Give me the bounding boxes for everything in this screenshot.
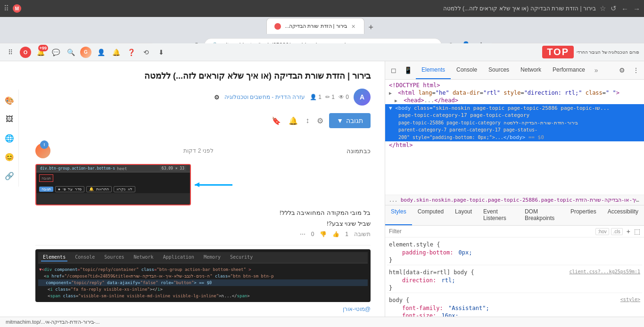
- devtools-tabs: ◻ 📱 Elements Console Sources Network Per…: [385, 61, 644, 79]
- opera-icon[interactable]: O: [20, 47, 31, 58]
- profile-pic-icon[interactable]: G: [80, 47, 91, 58]
- add-rule-button[interactable]: +: [625, 228, 632, 235]
- cls-button[interactable]: .cls: [611, 228, 623, 235]
- reply-action[interactable]: תשובה: [354, 231, 371, 237]
- history-ext-icon[interactable]: ⟲: [140, 47, 152, 58]
- tab-favicon-icon: [274, 23, 281, 30]
- css-property-font-size[interactable]: font-size: 16px;: [387, 312, 642, 317]
- thumbs-up-count: 1: [345, 231, 348, 237]
- back-icon[interactable]: ←: [621, 5, 628, 13]
- user-icon[interactable]: 👤: [95, 47, 107, 58]
- view-count: 0 👁: [339, 94, 349, 100]
- html-tree[interactable]: <!DOCTYPE html> ▶ <html lang="he" data-d…: [385, 80, 644, 195]
- thumbs-down-icon[interactable]: 👎: [320, 231, 327, 237]
- thumbs-up-icon[interactable]: 👍: [332, 231, 339, 237]
- inner-tab-security[interactable]: Security: [228, 253, 255, 262]
- styles-tab-computed[interactable]: Computed: [412, 205, 449, 225]
- download-icon[interactable]: ⬇: [156, 47, 167, 58]
- devtools-mobile-icon[interactable]: 📱: [400, 66, 416, 74]
- main-area: 🎨 🖼 🌐 😊 🔗 בירור | הזדת שורת הבדיקה (או א…: [0, 61, 644, 317]
- post-stats: 0 👁 1 ✏ 1 👤: [310, 94, 349, 100]
- css-rules: element.style { padding-bottom: 0px; } h…: [385, 237, 644, 317]
- styles-tab-event-listeners[interactable]: Event Listeners: [478, 205, 519, 225]
- tab-close-button[interactable]: ×: [351, 22, 356, 31]
- new-tab-button[interactable]: +: [364, 21, 378, 34]
- css-source-1[interactable]: client.css?...kg25ps59m:1: [569, 269, 640, 276]
- tree-line-body[interactable]: ▼ <body class="skin-noskin page-topic pa…: [385, 104, 644, 141]
- filter-input[interactable]: [389, 228, 594, 235]
- inner-code-line-5: <span class="visible-sm-inline visible-m…: [38, 293, 368, 299]
- settings-action-icon[interactable]: ⚙: [315, 114, 325, 127]
- bookmark-action-icon[interactable]: 🔖: [270, 114, 283, 127]
- sidebar-image-icon[interactable]: 🖼: [2, 112, 17, 126]
- tree-line-doctype[interactable]: <!DOCTYPE html>: [385, 82, 644, 89]
- inner-tab-sources[interactable]: Sources: [102, 253, 126, 262]
- logo-main: TOP: [542, 46, 574, 58]
- inner-tab-memory[interactable]: Memory: [202, 253, 223, 262]
- styles-tab-properties[interactable]: Properties: [565, 205, 602, 225]
- sidebar-globe-icon[interactable]: 🌐: [2, 131, 17, 145]
- message-icon[interactable]: 💬: [50, 47, 61, 58]
- reply-button[interactable]: תגובה ▼: [329, 113, 371, 128]
- sort-action-icon[interactable]: ↕: [304, 114, 311, 127]
- more-actions-icon[interactable]: ⋯: [300, 231, 305, 237]
- post-title: בירור | הזדת שורת הבדיקה (או איך שלא קור…: [35, 71, 371, 81]
- sidebar-link-icon[interactable]: 🔗: [2, 169, 17, 183]
- css-selector-body: body { <style>: [387, 296, 642, 304]
- devtools-more-icon[interactable]: ⋮: [630, 64, 642, 76]
- post-header: כבתמונה לפני 2 דקות: [35, 143, 371, 158]
- apps-icon[interactable]: ⠿: [4, 4, 9, 13]
- bell-action-icon[interactable]: 🔔: [287, 114, 300, 127]
- devtools-tab-performance[interactable]: Performance: [547, 61, 591, 79]
- screenshot-area: div.btn-group.action-bar.bottom-s heet 6…: [35, 164, 371, 205]
- inner-code-line-2: <a href="/compose?tid=24859&title=ה-ניני…: [38, 273, 368, 279]
- css-property-1[interactable]: padding-bottom: 0px;: [387, 249, 642, 256]
- css-property-dir[interactable]: direction: rtl;: [387, 277, 642, 284]
- css-source-style[interactable]: <style>: [620, 297, 640, 303]
- tree-line-head[interactable]: ▶ <head>...</head>: [385, 97, 644, 104]
- inner-tab-console[interactable]: Console: [73, 253, 97, 262]
- sidebar-emoji-icon[interactable]: 😊: [2, 150, 17, 164]
- styles-tab-styles[interactable]: Styles: [385, 205, 412, 225]
- styles-tab-accessibility[interactable]: Accessibility: [602, 205, 644, 225]
- bottom-username[interactable]: @מוטי-אורן: [35, 306, 371, 312]
- forward-icon[interactable]: →: [633, 5, 640, 13]
- search-ext-icon[interactable]: 🔍: [65, 47, 76, 58]
- hov-button[interactable]: :hov: [595, 228, 609, 235]
- inner-code-line-4: <i class="fa fa-reply visible-xs-inline"…: [38, 286, 368, 293]
- tree-line-html[interactable]: ▶ <html lang="he" data-dir="rtl" style="…: [385, 89, 644, 97]
- active-tab[interactable]: בירור | הזדת שורת הבדיקה... ×: [266, 18, 364, 34]
- css-property-font-family[interactable]: font-family: "Assistant";: [387, 304, 642, 312]
- devtools-tab-console[interactable]: Console: [451, 61, 483, 79]
- inner-tab-network[interactable]: Network: [132, 253, 155, 262]
- devtools-inspect-icon[interactable]: ◻: [387, 66, 400, 74]
- category-link[interactable]: עזרה הדדית - מחשבים וטכנולוגיה: [224, 94, 305, 100]
- post-body-text2: שביל שיגוי צבע?!: [35, 220, 371, 227]
- inner-tab-elements[interactable]: Elements: [41, 253, 67, 262]
- devtools-tab-more[interactable]: »: [591, 66, 602, 74]
- devtools-tab-sources[interactable]: Sources: [483, 61, 515, 79]
- post-body-text: בל מובי המקודה המחואיבה בללל!: [35, 209, 371, 216]
- sidebar-paint-icon[interactable]: 🎨: [2, 93, 17, 107]
- history-icon[interactable]: ↺: [611, 4, 617, 13]
- devtools-tab-elements[interactable]: Elements: [416, 61, 451, 79]
- action-icons: ⚙ ↕ 🔔 🔖: [270, 114, 325, 127]
- notification-icon[interactable]: 🔔 +99: [35, 47, 46, 58]
- bell-icon[interactable]: 🔔: [110, 47, 122, 58]
- css-rule-element-style: element.style { padding-bottom: 0px; }: [387, 239, 642, 265]
- expand-panel-icon[interactable]: ⬚: [634, 228, 640, 235]
- devtools-settings-icon[interactable]: ⚙: [616, 64, 628, 76]
- devtools-panel: ◻ 📱 Elements Console Sources Network Per…: [385, 61, 644, 317]
- help-icon[interactable]: ❓: [125, 47, 137, 58]
- tree-line-html-close[interactable]: </html>: [385, 141, 644, 149]
- css-selector-html-body: html[data-dir=rtl] body { client.css?...…: [387, 268, 642, 277]
- extensions-bar: ⠿ O 🔔 +99 💬 🔍 G 👤 🔔 ❓ ⟲ ⬇ פורום הטכנולוג…: [0, 43, 644, 61]
- bookmark-icon[interactable]: ☆: [600, 4, 606, 13]
- inner-tab-performance[interactable]: Application: [161, 253, 196, 262]
- styles-tab-layout[interactable]: Layout: [449, 205, 478, 225]
- styles-tab-dom-breakpoints[interactable]: DOM Breakpoints: [519, 205, 565, 225]
- styles-tabs: Styles Computed Layout Event Listeners D…: [385, 205, 644, 226]
- apps-grid-icon[interactable]: ⠿: [5, 47, 16, 58]
- breadcrumb-bar: ... body.skin-noskin.page-topic.page-top…: [385, 195, 644, 205]
- devtools-tab-network[interactable]: Network: [515, 61, 547, 79]
